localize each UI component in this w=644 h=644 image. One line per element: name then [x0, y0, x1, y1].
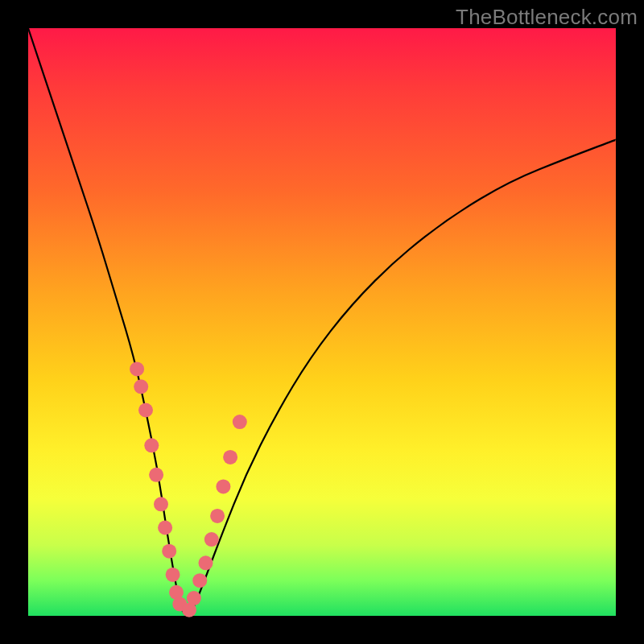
data-marker — [223, 450, 237, 464]
data-marker — [130, 361, 144, 376]
data-marker — [138, 403, 153, 418]
plot-area — [28, 28, 616, 616]
data-marker — [192, 573, 207, 588]
watermark-text: TheBottleneck.com — [456, 5, 638, 30]
data-marker — [154, 497, 168, 511]
chart-frame: TheBottleneck.com — [0, 0, 644, 644]
chart-svg — [28, 28, 616, 616]
bottleneck-curve — [28, 28, 616, 614]
data-marker — [144, 438, 159, 452]
data-marker — [233, 415, 247, 429]
data-marker — [149, 468, 163, 482]
data-marker — [199, 555, 213, 570]
curve-layer — [28, 28, 616, 614]
data-marker — [166, 568, 180, 582]
data-marker — [210, 509, 225, 523]
data-marker — [216, 479, 230, 493]
marker-layer — [130, 361, 247, 617]
data-marker — [158, 521, 172, 535]
data-marker — [187, 591, 201, 605]
data-marker — [204, 532, 219, 547]
data-marker — [162, 544, 176, 559]
data-marker — [134, 379, 148, 394]
